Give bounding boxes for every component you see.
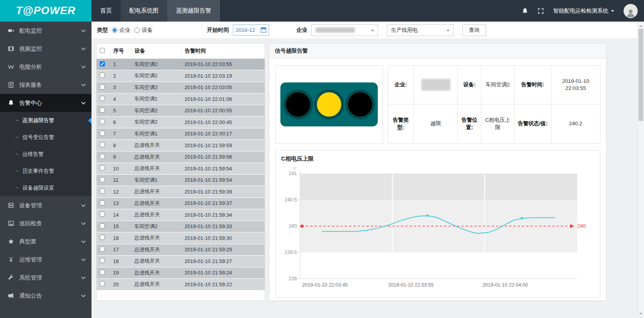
row-checkbox[interactable] <box>100 247 105 252</box>
table-cell: 2019-01-10 21:59:54 <box>181 174 265 186</box>
detail-label: 设备: <box>458 66 481 104</box>
sidebar-subitem[interactable]: 设备越限设置 <box>0 179 91 196</box>
sidebar-subitem[interactable]: 遥测越限告警 <box>0 112 91 129</box>
table-row[interactable]: 6车间空调22019-01-10 22:00:45 <box>97 117 265 128</box>
query-button[interactable]: 查询 <box>462 24 486 36</box>
enterprise-select[interactable] <box>311 24 378 36</box>
row-checkbox[interactable] <box>100 223 105 228</box>
sidebar-item[interactable]: 通知公告 <box>0 287 91 305</box>
row-checkbox[interactable] <box>100 96 105 101</box>
sidebar-item[interactable]: 告警中心 <box>0 94 91 112</box>
nav-tab[interactable]: 配电系统图 <box>121 0 167 22</box>
table-row[interactable]: 12总进线开关2019-01-10 21:59:39 <box>97 186 265 198</box>
sidebar-item[interactable]: 视频监控 <box>0 40 91 58</box>
sidebar-item-label: 运维管理 <box>19 256 42 263</box>
start-time-input[interactable] <box>236 27 258 33</box>
table-cell: 2019-01-10 22:00:17 <box>181 128 265 140</box>
row-checkbox[interactable] <box>100 200 105 205</box>
sidebar-subitem[interactable]: 信号变位告警 <box>0 129 91 146</box>
table-cell: 13 <box>110 197 131 209</box>
system-menu[interactable]: 智能配电运检检测系统 <box>553 7 614 15</box>
sidebar-item[interactable]: 典型票 <box>0 232 91 250</box>
radio-device[interactable]: 设备 <box>134 27 153 34</box>
filter-bar: 类型 企业 设备 开始时间 企业 生产线用电 查询 <box>91 22 637 39</box>
sidebar-item[interactable]: 巡回检查 <box>0 214 91 232</box>
table-row[interactable]: 14总进线开关2019-01-10 21:59:34 <box>97 209 265 221</box>
row-checkbox[interactable] <box>100 61 105 66</box>
table-row[interactable]: 18总进线开关2019-01-10 21:59:27 <box>97 256 265 267</box>
table-row[interactable]: 5车间空调22019-01-10 22:00:55 <box>97 105 265 117</box>
row-checkbox[interactable] <box>100 270 105 275</box>
row-checkbox[interactable] <box>100 235 105 240</box>
row-checkbox[interactable] <box>100 84 105 90</box>
sidebar-item[interactable]: 配电监控 <box>0 22 91 40</box>
row-checkbox[interactable] <box>100 131 105 136</box>
table-row[interactable]: 17总进线开关2019-01-10 21:59:29 <box>97 244 265 256</box>
row-checkbox[interactable] <box>100 188 105 194</box>
sidebar-item-label: 视频监控 <box>19 45 42 53</box>
table-cell: 2019-01-10 21:59:24 <box>181 267 265 279</box>
chevron-down-icon <box>81 203 86 207</box>
page-scrollbar <box>637 22 644 318</box>
sidebar-item[interactable]: 系统管理 <box>0 269 91 287</box>
chevron-down-icon <box>81 239 86 243</box>
table-row[interactable]: 15车间空调22019-01-10 21:59:33 <box>97 221 265 232</box>
row-checkbox[interactable] <box>100 142 105 147</box>
chart-title: C相电压上限 <box>281 155 595 163</box>
nav-tab[interactable]: 首页 <box>91 0 121 22</box>
fullscreen-icon[interactable] <box>538 8 544 14</box>
sidebar-item-label: 报表服务 <box>19 81 42 89</box>
table-row[interactable]: 19总进线开关2019-01-10 21:59:24 <box>97 267 265 279</box>
detail-label: 告警类型: <box>388 104 414 143</box>
row-checkbox[interactable] <box>100 154 105 159</box>
radio-device-input[interactable] <box>134 27 140 33</box>
sidebar-item[interactable]: 设备管理 <box>0 196 91 214</box>
detail-value: 2019-01-10 22:03:55 <box>551 66 600 104</box>
nav-tab[interactable]: 遥测越限告警 <box>167 0 220 22</box>
table-row[interactable]: 7车间空调12019-01-10 22:00:17 <box>97 128 265 140</box>
col-no: 序号 <box>110 44 131 58</box>
row-checkbox[interactable] <box>100 108 105 113</box>
table-row[interactable]: 4车间空调12019-01-10 22:01:06 <box>97 93 265 105</box>
svg-text:239.5: 239.5 <box>285 250 297 255</box>
row-checkbox[interactable] <box>100 119 105 124</box>
row-checkbox[interactable] <box>100 165 105 170</box>
scroll-up-icon[interactable] <box>639 24 642 27</box>
table-row[interactable]: 13总进线开关2019-01-10 21:59:37 <box>97 197 265 209</box>
table-row[interactable]: 16总进线开关2019-01-10 21:59:30 <box>97 232 265 244</box>
sidebar-item[interactable]: 运维管理 <box>0 250 91 269</box>
radio-enterprise-input[interactable] <box>112 27 117 33</box>
bell-icon[interactable] <box>522 8 528 14</box>
table-row[interactable]: 3车间空调22019-01-10 22:03:05 <box>97 82 265 93</box>
row-checkbox[interactable] <box>100 212 105 217</box>
table-row[interactable]: 11车间空调12019-01-10 21:59:54 <box>97 174 265 186</box>
radio-enterprise[interactable]: 企业 <box>112 27 130 34</box>
film-icon <box>8 46 14 52</box>
avatar[interactable] <box>624 4 638 18</box>
table-cell: 车间空调1 <box>131 128 181 140</box>
alarm-info-table: 企业:设备:车间空调2告警时间:2019-01-10 22:03:55告警类型:… <box>388 65 600 144</box>
table-cell: 总进线开关 <box>131 256 181 267</box>
sidebar-subitem[interactable]: 历史事件告警 <box>0 163 91 179</box>
table-row[interactable]: 9总进线开关2019-01-10 21:59:56 <box>97 151 265 163</box>
table-row[interactable]: 1车间空调22019-01-10 22:03:55 <box>97 58 265 70</box>
row-checkbox[interactable] <box>100 73 105 78</box>
table-row[interactable]: 10总进线开关2019-01-10 21:59:54 <box>97 163 265 175</box>
sidebar-subitem[interactable]: 运维告警 <box>0 146 91 163</box>
chevron-down-icon <box>81 46 86 50</box>
sidebar-item[interactable]: 报表服务 <box>0 76 91 94</box>
table-row[interactable]: 20总进线开关2019-01-10 21:59:22 <box>97 279 265 291</box>
table-cell: 总进线开关 <box>131 279 181 291</box>
sidebar-item[interactable]: 电能分析 <box>0 58 91 76</box>
scrollbar-thumb[interactable] <box>639 29 643 121</box>
table-row[interactable]: 2车间空调22019-01-10 22:03:19 <box>97 70 265 82</box>
scroll-down-icon[interactable] <box>639 313 642 316</box>
table-row[interactable]: 8总进线开关2019-01-10 21:59:59 <box>97 140 265 152</box>
line-select[interactable]: 生产线用电 <box>387 24 454 36</box>
row-checkbox[interactable] <box>100 258 105 263</box>
table-cell: 17 <box>110 244 131 256</box>
calendar-icon[interactable] <box>261 27 266 33</box>
row-checkbox[interactable] <box>100 281 105 286</box>
row-checkbox[interactable] <box>100 177 105 182</box>
select-all-checkbox[interactable] <box>100 48 105 53</box>
